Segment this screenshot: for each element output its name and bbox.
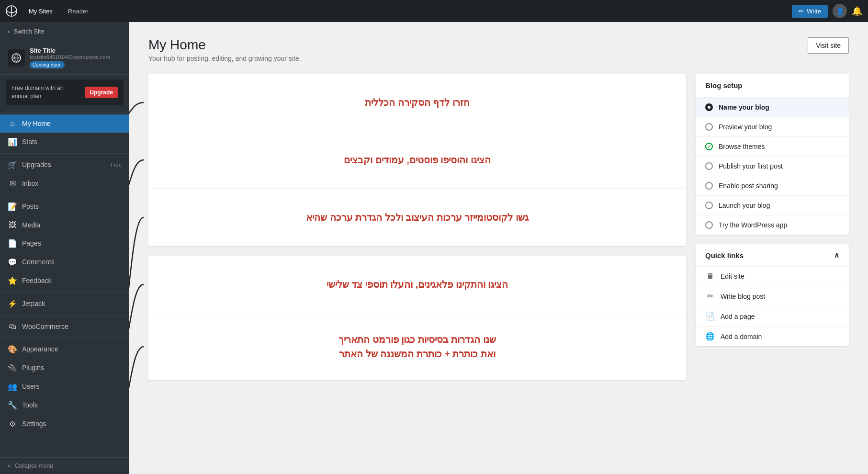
sidebar-item-pages[interactable]: 📄 Pages [0, 234, 129, 253]
setup-dot-enable-sharing [705, 182, 713, 190]
setup-label-enable-sharing: Enable post sharing [719, 182, 778, 190]
sidebar-item-feedback[interactable]: ⭐ Feedback [0, 271, 129, 290]
setup-label-wordpress-app: Try the WordPress app [719, 221, 787, 229]
switch-site[interactable]: ‹ Switch Site [0, 22, 129, 41]
settings-label: Settings [22, 420, 46, 428]
setup-dot-publish-post [705, 162, 713, 170]
quick-links-title: Quick links [705, 251, 744, 260]
sidebar-item-my-home[interactable]: ⌂ My Home [0, 114, 129, 133]
sidebar-item-media[interactable]: 🖼 Media [0, 216, 129, 234]
sidebar-item-posts[interactable]: 📝 Posts [0, 197, 129, 216]
my-home-label: My Home [22, 120, 51, 127]
plugins-icon: 🔌 [8, 363, 17, 372]
media-label: Media [22, 221, 40, 229]
quick-link-write-post[interactable]: ✏ Write blog post [696, 286, 849, 306]
woocommerce-label: WooCommerce [22, 323, 68, 330]
settings-icon: ⚙ [8, 419, 17, 429]
inbox-label: Inbox [22, 180, 38, 187]
my-home-icon: ⌂ [8, 119, 17, 128]
inbox-icon: ✉ [8, 179, 17, 188]
page-title: My Home [148, 37, 301, 53]
pen-icon: ✏ [799, 8, 804, 15]
sidebar-item-appearance[interactable]: 🎨 Appearance [0, 340, 129, 359]
reader-link[interactable]: Reader [64, 6, 92, 17]
quick-link-edit-site[interactable]: 🖥 Edit site [696, 267, 849, 286]
sidebar-item-upgrades[interactable]: 🛒 Upgrades Free [0, 156, 129, 174]
collapse-icon: « [8, 463, 11, 469]
coming-soon-badge[interactable]: Coming Soon [30, 61, 65, 68]
setup-item-name-blog[interactable]: Name your blog [696, 98, 849, 117]
write-button[interactable]: ✏ Write [792, 5, 828, 18]
setup-item-launch-blog[interactable]: Launch your blog [696, 196, 849, 215]
write-label: Write [807, 8, 821, 15]
topbar: My Sites Reader ✏ Write 👤 🔔 [0, 0, 868, 22]
write-post-icon: ✏ [705, 292, 715, 301]
annotation-block-1: חזרו לדף הסקירה הכללית [148, 74, 686, 131]
quick-links-header[interactable]: Quick links ∧ [696, 244, 849, 267]
site-info: Site Title testsite645101460.wordpress.c… [0, 41, 129, 75]
chevron-up-icon: ∧ [834, 251, 839, 260]
sidebar-item-tools[interactable]: 🔧 Tools [0, 396, 129, 415]
quick-link-add-domain[interactable]: 🌐 Add a domain [696, 327, 849, 346]
sidebar-item-comments[interactable]: 💬 Comments [0, 253, 129, 271]
add-domain-label: Add a domain [721, 333, 762, 340]
setup-item-browse-themes[interactable]: ✓ Browse themes [696, 137, 849, 157]
setup-item-enable-sharing[interactable]: Enable post sharing [696, 176, 849, 196]
upgrades-icon: 🛒 [8, 160, 17, 169]
site-icon [8, 49, 25, 67]
sidebar-item-stats[interactable]: 📊 Stats [0, 133, 129, 151]
setup-label-launch-blog: Launch your blog [719, 202, 770, 209]
write-post-label: Write blog post [721, 293, 765, 300]
sidebar-nav: ⌂ My Home 📊 Stats 🛒 Upgrades Free ✉ Inbo… [0, 114, 129, 457]
quick-links-items: 🖥 Edit site ✏ Write blog post 📄 Add a pa… [696, 267, 849, 346]
add-domain-icon: 🌐 [705, 332, 715, 341]
main-content: My Home Your hub for posting, editing, a… [129, 22, 868, 474]
sidebar-item-inbox[interactable]: ✉ Inbox [0, 174, 129, 193]
content-grid: חזרו לדף הסקירה הכללית הציגו והוסיפו פוס… [148, 74, 849, 390]
annotation-block-3: גשו לקוסטומייזר ערכות העיצוב ולכל הגדרת … [148, 189, 686, 246]
upgrade-button[interactable]: Upgrade [85, 87, 118, 98]
sidebar-item-woocommerce[interactable]: 🛍 WooCommerce [0, 317, 129, 336]
sidebar-item-users[interactable]: 👥 Users [0, 377, 129, 396]
users-label: Users [22, 383, 40, 390]
site-details: Site Title testsite645101460.wordpress.c… [30, 47, 122, 68]
edit-site-label: Edit site [721, 272, 744, 280]
setup-dot-launch-blog [705, 202, 713, 209]
collapse-menu[interactable]: « Collapse menu [0, 457, 129, 474]
separator-after-feedback [0, 292, 129, 293]
blog-setup-panel: Blog setup Name your blog Preview your b… [696, 74, 849, 235]
sidebar-item-jetpack[interactable]: ⚡ Jetpack [0, 294, 129, 313]
edit-site-icon: 🖥 [705, 272, 715, 281]
main-right: Blog setup Name your blog Preview your b… [696, 74, 849, 390]
setup-item-wordpress-app[interactable]: Try the WordPress app [696, 215, 849, 235]
sidebar-item-plugins[interactable]: 🔌 Plugins [0, 359, 129, 377]
stats-icon: 📊 [8, 137, 17, 147]
setup-dot-name-blog [705, 103, 713, 111]
tools-icon: 🔧 [8, 401, 17, 410]
annotation-text-2: הציגו והוסיפו פוסטים, עמודים וקבצים [344, 153, 491, 167]
chevron-left-icon: ‹ [8, 28, 10, 35]
collapse-menu-label: Collapse menu [15, 463, 53, 469]
my-sites-link[interactable]: My Sites [25, 6, 56, 17]
layout: ‹ Switch Site Site Title testsite6451014… [0, 22, 868, 474]
jetpack-label: Jetpack [22, 300, 45, 307]
user-avatar[interactable]: 👤 [833, 4, 847, 18]
pages-icon: 📄 [8, 239, 17, 248]
site-title: Site Title [30, 47, 122, 54]
switch-site-label: Switch Site [13, 28, 44, 35]
annotation-block-5: שנו הגדרות בסיסיות כגון פורמט התאריך ואת… [148, 313, 686, 380]
quick-links-panel: Quick links ∧ 🖥 Edit site ✏ Write blog p… [696, 244, 849, 346]
quick-link-add-page[interactable]: 📄 Add a page [696, 306, 849, 327]
card-1: חזרו לדף הסקירה הכללית הציגו והוסיפו פוס… [148, 74, 686, 246]
upgrades-badge: Free [111, 162, 122, 168]
sidebar-item-settings[interactable]: ⚙ Settings [0, 415, 129, 433]
users-icon: 👥 [8, 382, 17, 391]
annotation-text-3: גשו לקוסטומייזר ערכות העיצוב ולכל הגדרת … [306, 210, 529, 225]
setup-dot-browse-themes: ✓ [705, 143, 713, 150]
visit-site-button[interactable]: Visit site [808, 37, 849, 54]
setup-item-publish-post[interactable]: Publish your first post [696, 157, 849, 176]
blog-setup-items: Name your blog Preview your blog ✓ Brows… [696, 98, 849, 235]
notifications-bell[interactable]: 🔔 [852, 6, 862, 16]
annotation-block-2: הציגו והוסיפו פוסטים, עמודים וקבצים [148, 131, 686, 189]
setup-item-preview-blog[interactable]: Preview your blog [696, 117, 849, 137]
